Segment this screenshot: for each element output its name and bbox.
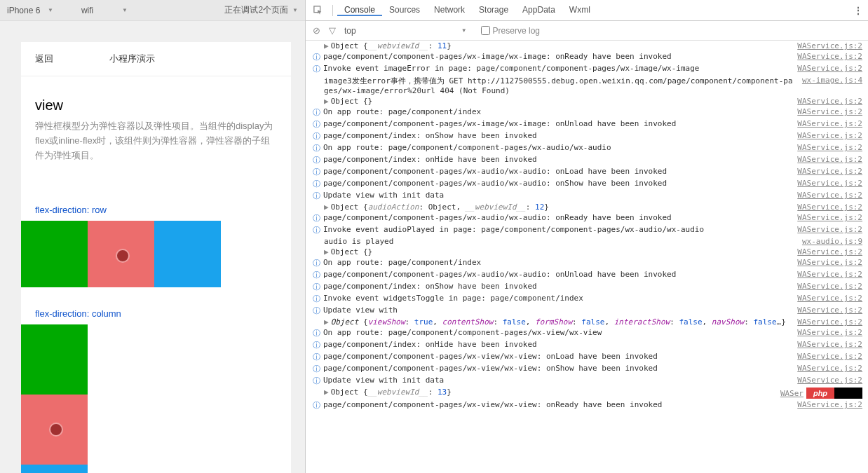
console-log-row[interactable]: ⓘpage/component/component-pages/wx-audio… (306, 212, 868, 224)
console-log-row[interactable]: ⓘpage/component/component-pages/wx-audio… (306, 178, 868, 190)
log-source-link[interactable]: WAService.js:2 (797, 294, 862, 304)
log-source-link[interactable]: WAService.js:2 (797, 258, 862, 268)
log-source-link[interactable]: WAService.js:2 (797, 97, 862, 106)
console-log-row[interactable]: ⓘpage/component/component-pages/wx-view/… (306, 399, 868, 411)
log-source-link[interactable]: WAService.js:2 (797, 352, 862, 362)
back-button[interactable]: 返回 (35, 53, 53, 65)
log-source-link[interactable]: WAService.js:2 (797, 270, 862, 280)
log-message: page/component/component-pages/wx-view/w… (323, 352, 792, 362)
log-source-link[interactable]: WAService.js:2 (797, 364, 862, 374)
log-source-link[interactable]: WAService.js:2 (797, 328, 862, 338)
console-log-row[interactable]: ⓘpage/component/component-pages/wx-image… (306, 51, 868, 63)
console-log-row[interactable]: ⓘUpdate view with init dataWAService.js:… (306, 190, 868, 202)
log-source-link[interactable]: WAService.js:2 (797, 191, 862, 201)
log-message: page/component/component-pages/wx-view/w… (323, 400, 792, 411)
log-source-link[interactable]: WAService.js:2 (797, 64, 862, 74)
console-log-row[interactable]: ⓘOn app route: page/component/indexWASer… (306, 257, 868, 269)
tab-wxml[interactable]: Wxml (562, 5, 597, 15)
demo-box-red (88, 221, 154, 287)
log-source-link[interactable]: WASerphp (780, 388, 862, 399)
info-icon: ⓘ (311, 179, 321, 189)
tab-network[interactable]: Network (427, 5, 472, 15)
preserve-log-checkbox[interactable]: Preserve log (481, 26, 540, 36)
preserve-checkbox[interactable] (481, 26, 490, 35)
flex-col-demo (21, 324, 88, 473)
log-source-link[interactable]: WAService.js:2 (797, 317, 862, 327)
console-log-row[interactable]: image3发生error事件，携带值为 GET http://11275005… (318, 75, 868, 96)
inspect-element-icon[interactable] (311, 4, 325, 18)
log-source-link[interactable]: WAService.js:2 (797, 167, 862, 177)
console-output[interactable]: ▶Object {__webviewId__: 11}WAService.js:… (306, 41, 868, 473)
tab-console[interactable]: Console (337, 5, 382, 16)
tab-storage[interactable]: Storage (472, 5, 515, 15)
log-source-link[interactable]: WAService.js:2 (797, 107, 862, 118)
debug-label: 正在调试2个页面 (224, 4, 288, 16)
console-log-row[interactable]: ⓘUpdate view with init dataWAService.js:… (306, 375, 868, 387)
console-log-row[interactable]: ⓘpage/component/component-pages/wx-audio… (306, 166, 868, 178)
debug-status-dropdown[interactable]: 正在调试2个页面 ▼ (224, 4, 298, 16)
console-log-row[interactable]: ⓘInvoke event imageError in page: page/c… (306, 63, 868, 75)
console-log-row[interactable]: ▶Object {}WAService.js:2 (318, 247, 868, 257)
context-label: top (344, 26, 356, 36)
phone-preview: 返回 小程序演示 view 弹性框模型分为弹性容器以及弹性项目。当组件的disp… (21, 42, 291, 473)
log-source-link[interactable]: WAService.js:2 (797, 400, 862, 411)
log-source-link[interactable]: WAService.js:2 (797, 52, 862, 62)
log-source-link[interactable]: WAService.js:2 (797, 376, 862, 386)
console-log-row[interactable]: ⓘUpdate view withWAService.js:2 (306, 305, 868, 317)
log-source-link[interactable]: WAService.js:2 (797, 247, 862, 256)
log-source-link[interactable]: WAService.js:2 (797, 41, 862, 50)
log-source-link[interactable]: WAService.js:2 (797, 213, 862, 224)
preserve-label: Preserve log (493, 26, 540, 36)
log-source-link[interactable]: WAService.js:2 (797, 119, 862, 130)
console-log-row[interactable]: ▶Object {}WAService.js:2 (318, 96, 868, 107)
log-source-link[interactable]: WAService.js:2 (797, 282, 862, 292)
log-message: page/component/component-pages/wx-audio/… (323, 167, 792, 177)
more-menu-icon[interactable]: ⋮ (854, 6, 862, 15)
log-source-link[interactable]: wx-image.js:4 (802, 76, 862, 95)
log-source-link[interactable]: WAService.js:2 (797, 143, 862, 153)
console-log-row[interactable]: ⓘpage/component/component-pages/wx-view/… (306, 363, 868, 375)
console-log-row[interactable]: ⓘpage/component/component-pages/wx-image… (306, 118, 868, 130)
info-icon: ⓘ (311, 352, 321, 362)
device-dropdown[interactable]: iPhone 6 ▼ (7, 6, 53, 15)
devtools-panel: ConsoleSourcesNetworkStorageAppDataWxml … (305, 0, 868, 473)
tab-appdata[interactable]: AppData (515, 5, 562, 15)
console-log-row[interactable]: ⓘpage/component/index: onShow have been … (306, 281, 868, 293)
filter-icon[interactable]: ▽ (329, 25, 336, 36)
log-source-link[interactable]: WAService.js:2 (797, 179, 862, 189)
info-icon: ⓘ (311, 328, 321, 338)
console-log-row[interactable]: ▶Object {__webviewId__: 11}WAService.js:… (318, 41, 868, 51)
log-source-link[interactable]: WAService.js:2 (797, 131, 862, 142)
console-log-row[interactable]: ⓘpage/component/index: onHide have been … (306, 154, 868, 166)
info-icon: ⓘ (311, 213, 321, 224)
log-source-link[interactable]: WAService.js:2 (797, 306, 862, 316)
console-log-row[interactable]: ▶Object {viewShow: true, contentShow: fa… (318, 317, 868, 327)
tab-sources[interactable]: Sources (382, 5, 427, 15)
info-icon: ⓘ (311, 400, 321, 411)
clear-console-icon[interactable]: ⊘ (313, 25, 320, 36)
console-log-row[interactable]: ⓘOn app route: page/component/indexWASer… (306, 107, 868, 118)
log-source-link[interactable]: wx-audio.js:9 (802, 237, 862, 246)
log-source-link[interactable]: WAService.js:2 (797, 203, 862, 212)
console-log-row[interactable]: ⓘInvoke event audioPlayed in page: page/… (306, 224, 868, 236)
info-icon: ⓘ (311, 107, 321, 118)
info-icon: ⓘ (311, 52, 321, 62)
network-dropdown[interactable]: wifi ▼ (81, 6, 128, 15)
console-log-row[interactable]: ▶Object {__webviewId__: 13}WASerphp (318, 387, 868, 399)
console-log-row[interactable]: audio is playedwx-audio.js:9 (318, 236, 868, 247)
console-log-row[interactable]: ▶Object {audioAction: Object, __webviewI… (318, 202, 868, 212)
console-log-row[interactable]: ⓘpage/component/index: onHide have been … (306, 339, 868, 351)
console-log-row[interactable]: ⓘInvoke event widgetsToggle in page: pag… (306, 293, 868, 305)
device-label: iPhone 6 (7, 6, 42, 15)
console-log-row[interactable]: ⓘpage/component/index: onShow have been … (306, 130, 868, 142)
console-log-row[interactable]: ⓘpage/component/component-pages/wx-audio… (306, 269, 868, 281)
console-log-row[interactable]: ⓘOn app route: page/component/component-… (306, 142, 868, 154)
console-log-row[interactable]: ⓘOn app route: page/component/component-… (306, 327, 868, 339)
context-selector[interactable]: top (344, 26, 356, 36)
log-source-link[interactable]: WAService.js:2 (797, 155, 862, 165)
log-message: page/component/component-pages/wx-image/… (323, 52, 792, 62)
log-source-link[interactable]: WAService.js:2 (797, 225, 862, 235)
console-log-row[interactable]: ⓘpage/component/component-pages/wx-view/… (306, 351, 868, 363)
log-source-link[interactable]: WAService.js:2 (797, 340, 862, 350)
info-icon: ⓘ (311, 364, 321, 374)
